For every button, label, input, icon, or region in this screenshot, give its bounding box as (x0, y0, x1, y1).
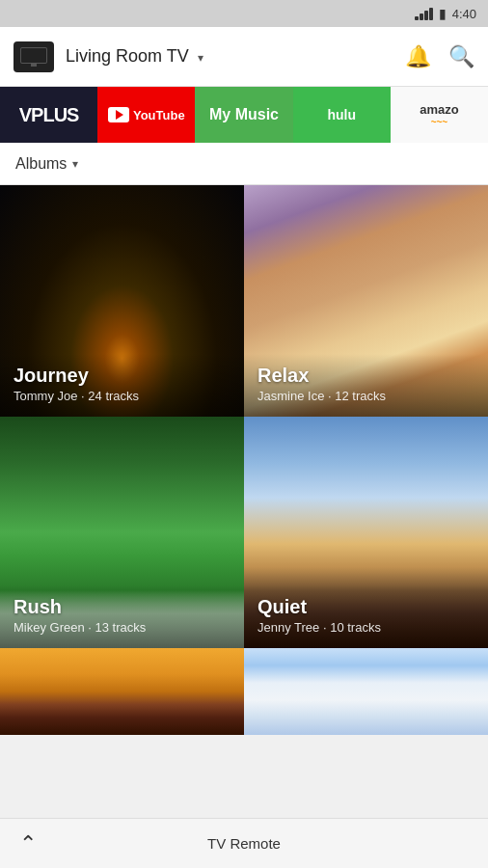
albums-grid: Journey Tommy Joe · 24 tracks Relax Jasm… (0, 185, 488, 735)
nav-tabs: VPLUS YouTube My Music hulu amazo ~~~ (0, 87, 488, 143)
tab-amazon[interactable]: amazo ~~~ (391, 87, 488, 143)
albums-title: Albums (15, 155, 67, 173)
album-journey-overlay: Journey Tommy Joe · 24 tracks (0, 354, 244, 417)
tab-mymusic[interactable]: My Music (195, 87, 292, 143)
tv-remote-label: TV Remote (207, 835, 281, 852)
album-relax-overlay: Relax Jasmine Ice · 12 tracks (244, 354, 488, 417)
device-dropdown-arrow[interactable]: ▾ (198, 51, 203, 65)
album-relax-name: Relax (258, 364, 474, 387)
album-rush-meta: Mikey Green · 13 tracks (14, 620, 230, 635)
album-quiet-name: Quiet (258, 595, 474, 618)
youtube-play-icon (108, 107, 129, 122)
battery-icon: ▮ (439, 6, 447, 21)
album-relax[interactable]: Relax Jasmine Ice · 12 tracks (244, 185, 488, 417)
albums-header[interactable]: Albums ▾ (0, 143, 488, 185)
svg-rect-1 (21, 48, 46, 63)
albums-dropdown-icon[interactable]: ▾ (72, 157, 78, 171)
svg-rect-2 (31, 64, 37, 67)
status-bar: ▮ 4:40 (0, 0, 488, 27)
album-quiet-overlay: Quiet Jenny Tree · 10 tracks (244, 585, 488, 648)
notification-icon[interactable]: 🔔 (405, 44, 431, 69)
chevron-up-icon[interactable]: ⌃ (19, 831, 37, 856)
album-city-bg (0, 648, 244, 735)
album-journey-name: Journey (14, 364, 230, 387)
status-time: 4:40 (452, 7, 476, 21)
header-actions: 🔔 🔍 (405, 44, 474, 69)
album-clouds-bg (244, 648, 488, 735)
album-city[interactable] (0, 648, 244, 735)
device-tv-icon (14, 41, 54, 72)
bottom-bar: ⌃ TV Remote (0, 818, 488, 868)
youtube-label: YouTube (133, 108, 185, 122)
signal-icon (415, 8, 433, 20)
album-quiet[interactable]: Quiet Jenny Tree · 10 tracks (244, 417, 488, 648)
amazon-label: amazo (420, 102, 458, 117)
header: Living Room TV ▾ 🔔 🔍 (0, 27, 488, 87)
album-rush-name: Rush (14, 595, 230, 618)
tab-hulu[interactable]: hulu (293, 87, 391, 143)
search-icon[interactable]: 🔍 (448, 44, 474, 69)
album-clouds[interactable] (244, 648, 488, 735)
amazon-smile-icon: ~~~ (431, 117, 448, 127)
album-rush-overlay: Rush Mikey Green · 13 tracks (0, 585, 244, 648)
tab-youtube[interactable]: YouTube (97, 87, 195, 143)
album-quiet-meta: Jenny Tree · 10 tracks (258, 620, 474, 635)
album-rush[interactable]: Rush Mikey Green · 13 tracks (0, 417, 244, 648)
album-journey-meta: Tommy Joe · 24 tracks (14, 389, 230, 403)
device-name[interactable]: Living Room TV ▾ (66, 46, 405, 67)
album-relax-meta: Jasmine Ice · 12 tracks (258, 389, 474, 403)
album-journey[interactable]: Journey Tommy Joe · 24 tracks (0, 185, 244, 417)
tab-vplus[interactable]: VPLUS (0, 87, 97, 143)
